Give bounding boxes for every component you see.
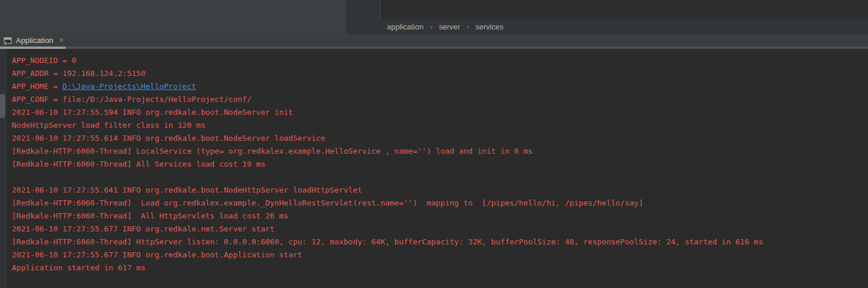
log-text: Application started in 617 ms: [12, 263, 145, 272]
log-text: [Redkale-HTTP:6060-Thread] Load org.redk…: [12, 198, 643, 207]
file-path-link[interactable]: D:\Java-Projects\HelloProject: [62, 82, 196, 91]
breadcrumb: application › server › services: [346, 19, 868, 34]
log-line: [Redkale-HTTP:6060-Thread] HttpServer li…: [12, 236, 868, 249]
log-line: [12, 171, 868, 184]
log-text: 2021-06-10 17:27:55.641 INFO org.redkale…: [12, 186, 362, 194]
log-text: APP_HOME =: [12, 82, 62, 91]
log-text: [Redkale-HTTP:6060-Thread] HttpServer li…: [12, 237, 763, 246]
console-log: APP_NODEID = 0APP_ADDR = 192.168.124.2:5…: [0, 54, 868, 274]
console-output-panel: APP_NODEID = 0APP_ADDR = 192.168.124.2:5…: [0, 49, 868, 288]
log-line: 2021-06-10 17:27:55.677 INFO org.redkale…: [12, 249, 868, 261]
log-text: NodeHttpServer load filter class in 120 …: [12, 121, 206, 130]
log-line: 2021-06-10 17:27:55.641 INFO org.redkale…: [12, 184, 868, 197]
log-line: [Redkale-HTTP:6060-Thread] All HttpServl…: [12, 210, 868, 223]
breadcrumb-item-server[interactable]: server: [439, 22, 460, 31]
editor-panel: [0, 0, 346, 34]
log-line: APP_HOME = D:\Java-Projects\HelloProject: [12, 80, 868, 93]
log-text: APP_NODEID = 0: [12, 56, 77, 65]
log-line: 2021-06-10 17:27:55.594 INFO org.redkale…: [12, 106, 868, 119]
log-line: 2021-06-10 17:27:55.677 INFO org.redkale…: [12, 223, 868, 236]
log-text: 2021-06-10 17:27:55.614 INFO org.redkale…: [12, 134, 325, 143]
log-line: Application started in 617 ms: [12, 261, 868, 274]
breadcrumb-item-services[interactable]: services: [475, 22, 503, 31]
log-text: 2021-06-10 17:27:55.594 INFO org.redkale…: [12, 108, 293, 117]
log-text: 2021-06-10 17:27:55.677 INFO org.redkale…: [12, 250, 302, 259]
log-line: APP_NODEID = 0: [12, 54, 868, 67]
log-text: [Redkale-HTTP:6060-Thread] All Services …: [12, 160, 265, 168]
log-text: 2021-06-10 17:27:55.677 INFO org.redkale…: [12, 224, 274, 233]
close-icon[interactable]: ✕: [59, 37, 64, 44]
top-panel-strip: [346, 0, 868, 19]
log-line: [Redkale-HTTP:6060-Thread] All Services …: [12, 158, 868, 171]
log-text: [Redkale-HTTP:6060-Thread] All HttpServl…: [12, 211, 289, 220]
log-line: NodeHttpServer load filter class in 120 …: [12, 119, 868, 132]
log-line: [Redkale-HTTP:6060-Thread] LocalService …: [12, 145, 868, 158]
breadcrumb-item-application[interactable]: application: [387, 22, 423, 31]
panel-divider: [346, 0, 381, 19]
tab-application-label: Application: [16, 36, 54, 45]
log-line: [Redkale-HTTP:6060-Thread] Load org.redk…: [12, 197, 868, 210]
log-text: APP_ADDR = 192.168.124.2:5150: [12, 69, 145, 78]
tab-application[interactable]: Application ✕: [0, 34, 68, 47]
chevron-right-icon: ›: [466, 23, 469, 31]
log-line: APP_ADDR = 192.168.124.2:5150: [12, 67, 868, 80]
console-tab-bar: Application ✕: [0, 34, 868, 49]
log-line: APP_CONF = file:/D:/Java-Projects/HelloP…: [12, 93, 868, 106]
chevron-right-icon: ›: [430, 23, 432, 31]
log-text: [Redkale-HTTP:6060-Thread] LocalService …: [12, 147, 532, 155]
log-text: APP_CONF = file:/D:/Java-Projects/HelloP…: [12, 95, 251, 104]
log-line: 2021-06-10 17:27:55.614 INFO org.redkale…: [12, 132, 868, 145]
run-console-icon: [3, 36, 12, 45]
